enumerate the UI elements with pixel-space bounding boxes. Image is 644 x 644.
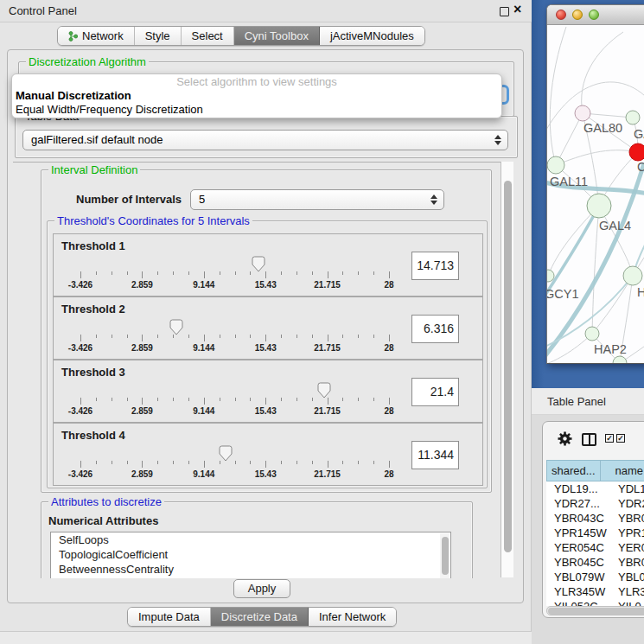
table-horizontal-scrollbar[interactable] — [546, 606, 644, 615]
network-node-label: HAP2 — [594, 342, 627, 356]
apply-button[interactable]: Apply — [233, 579, 290, 598]
slider-tick-label: 15.43 — [255, 343, 277, 353]
slider-minor-tick — [281, 398, 282, 401]
table-cell[interactable]: YBR0 — [610, 511, 644, 526]
table-row[interactable]: YBL079WYBL0 — [546, 570, 644, 584]
slider-tick-label: 21.715 — [314, 280, 341, 290]
table-row[interactable]: YDL19...YDL1 — [546, 481, 644, 496]
table-cell[interactable]: YIL052C — [546, 599, 610, 606]
minimize-traffic-light-icon[interactable] — [572, 10, 583, 20]
table-row[interactable]: YLR345WYLR3 — [546, 584, 644, 599]
table-cell[interactable]: YDL19... — [546, 481, 610, 496]
network-node-C[interactable] — [629, 143, 644, 161]
tab-style[interactable]: Style — [135, 27, 182, 45]
tab-select[interactable]: Select — [182, 27, 234, 45]
numerical-attributes-list[interactable]: SelfLoopsTopologicalCoefficientBetweenne… — [50, 532, 451, 578]
table-cell[interactable]: YBL079W — [546, 570, 610, 584]
table-hscroll-thumb[interactable] — [548, 608, 644, 615]
checkbox-checked-icon[interactable]: ✓ — [605, 434, 614, 443]
table-cell[interactable]: YBR0 — [610, 555, 644, 570]
threshold-3-value-field[interactable]: 21.4 — [411, 378, 459, 406]
network-edge[interactable] — [548, 206, 599, 276]
table-row[interactable]: YIL052CYIL0 — [546, 599, 644, 606]
attribute-list-item[interactable]: SelfLoops — [51, 532, 450, 547]
table-cell[interactable]: YER0 — [610, 540, 644, 555]
algorithm-option-equal-width[interactable]: Equal Width/Frequency Discretization — [12, 103, 501, 117]
slider-thumb[interactable] — [219, 445, 233, 462]
threshold-1-value-field[interactable]: 14.713 — [411, 252, 459, 280]
network-node-GAL11[interactable] — [547, 156, 564, 174]
network-edge[interactable] — [547, 334, 592, 364]
slider-thumb[interactable] — [317, 382, 331, 399]
network-canvas[interactable]: GAL80GACGAL11GAL4GCY1HHAP2 — [547, 25, 644, 364]
checkbox-checked-icon[interactable]: ✓ — [616, 434, 625, 443]
slider-tick-label: 2.859 — [131, 469, 153, 479]
close-traffic-light-icon[interactable] — [556, 10, 566, 20]
tab-network[interactable]: Network — [58, 27, 135, 45]
network-node-HAP2[interactable] — [585, 327, 599, 341]
settings-scrollbar[interactable] — [501, 162, 513, 577]
table-header-name[interactable]: name — [601, 460, 644, 481]
table-cell[interactable]: YDR27... — [546, 496, 610, 511]
table-row[interactable]: YPR145WYPR1 — [546, 526, 644, 540]
float-window-icon[interactable] — [500, 7, 509, 16]
network-window-titlebar[interactable] — [547, 5, 644, 25]
gear-icon[interactable] — [557, 430, 573, 450]
settings-scroll-thumb[interactable] — [504, 181, 512, 552]
network-node-GAL4[interactable] — [587, 194, 611, 218]
slider-major-tick — [204, 271, 205, 278]
table-row[interactable]: YER054CYER0 — [546, 540, 644, 555]
network-edge[interactable] — [556, 150, 638, 165]
tab-cyni-toolbox[interactable]: Cyni Toolbox — [234, 27, 320, 45]
attributes-legend: Attributes to discretize — [48, 495, 164, 508]
attribute-list-item[interactable]: TopologicalCoefficient — [51, 547, 450, 562]
table-cell[interactable]: YPR145W — [546, 526, 610, 540]
table-row[interactable]: YBR043CYBR0 — [546, 511, 644, 526]
numerical-attributes-label: Numerical Attributes — [48, 514, 158, 527]
table-cell[interactable]: YDR2 — [610, 496, 644, 511]
table-cell[interactable]: YER054C — [546, 540, 610, 555]
network-node-GA[interactable] — [626, 111, 640, 124]
table-cell[interactable]: YPR1 — [610, 526, 644, 540]
network-node-GCY1[interactable] — [547, 270, 554, 282]
table-header-shared-name[interactable]: shared... — [546, 460, 601, 481]
table-row[interactable]: YBR045CYBR0 — [546, 555, 644, 570]
slider-minor-tick — [188, 398, 189, 401]
table-cell[interactable]: YLR345W — [546, 584, 610, 599]
slider-tick-label: 15.43 — [255, 406, 277, 416]
network-edge[interactable] — [550, 27, 566, 165]
table-cell[interactable]: YBR043C — [546, 511, 610, 526]
network-node-GAL80[interactable] — [575, 105, 590, 121]
table-cell[interactable]: YIL0 — [610, 599, 644, 606]
table-row[interactable]: YDR27...YDR2 — [546, 496, 644, 511]
network-edge[interactable] — [582, 32, 623, 113]
table-cell[interactable]: YBL0 — [610, 570, 644, 584]
zoom-traffic-light-icon[interactable] — [589, 10, 599, 20]
table-cell[interactable]: YBR045C — [546, 555, 610, 570]
split-columns-icon[interactable] — [582, 433, 596, 446]
attribute-list-item[interactable]: BetweennessCentrality — [51, 562, 450, 577]
network-node-H[interactable] — [623, 266, 642, 285]
tab-impute-data[interactable]: Impute Data — [128, 608, 211, 626]
table-cell[interactable]: YLR3 — [610, 584, 644, 599]
slider-major-tick — [389, 335, 390, 341]
tab-select-label: Select — [192, 27, 223, 45]
close-icon[interactable]: × — [513, 2, 521, 17]
slider-minor-tick — [250, 461, 251, 464]
attributes-scroll-thumb[interactable] — [442, 537, 449, 575]
slider-minor-tick — [96, 461, 97, 464]
threshold-4-value-field[interactable]: 11.344 — [411, 441, 459, 469]
table-cell[interactable]: YDL1 — [610, 481, 644, 496]
slider-minor-tick — [235, 271, 236, 275]
threshold-2-value-field[interactable]: 6.316 — [411, 315, 459, 343]
slider-thumb[interactable] — [169, 319, 183, 335]
table-data-combo[interactable]: galFiltered.sif default node — [22, 130, 508, 150]
attributes-list-scrollbar[interactable] — [440, 533, 450, 578]
slider-thumb[interactable] — [252, 256, 265, 272]
number-of-intervals-combo[interactable]: 5 — [190, 189, 444, 210]
network-node-unnamed[interactable] — [613, 356, 627, 364]
tab-discretize-data[interactable]: Discretize Data — [211, 608, 309, 626]
tab-infer-network[interactable]: Infer Network — [309, 608, 396, 626]
tab-jactivemnodules[interactable]: jActiveMNodules — [320, 27, 424, 45]
algorithm-option-manual[interactable]: Manual Discretization — [12, 89, 501, 103]
